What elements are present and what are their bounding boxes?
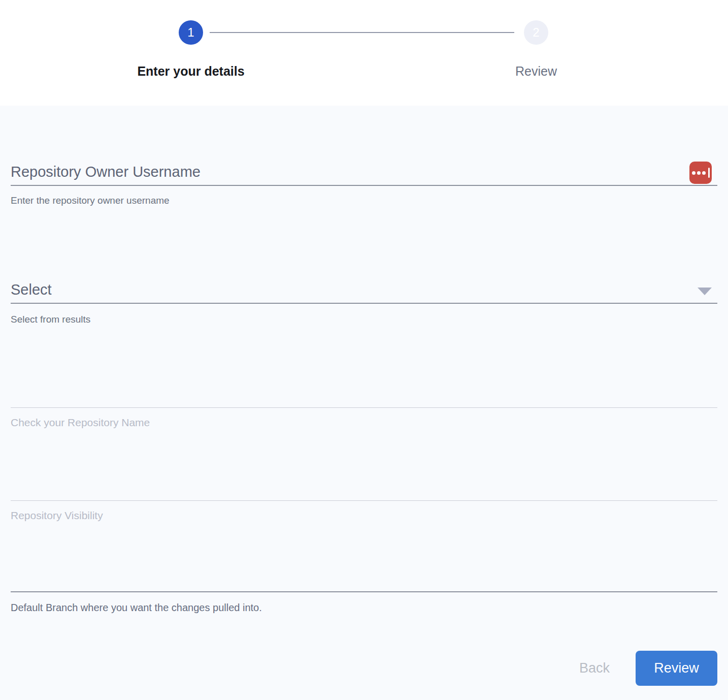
default-branch-helper: Default Branch where you want the change… xyxy=(11,602,262,614)
wizard-stepper: 1 2 Enter your details Review xyxy=(0,0,728,106)
repository-select-underline xyxy=(11,303,717,304)
repository-visibility-underline xyxy=(11,500,717,501)
step-2-number: 2 xyxy=(533,25,539,40)
repository-name-underline xyxy=(11,407,717,408)
back-button[interactable]: Back xyxy=(564,657,625,679)
step-1-indicator: 1 xyxy=(179,20,203,45)
step-1-number: 1 xyxy=(187,25,194,40)
credential-autofill-icon[interactable] xyxy=(689,162,712,184)
default-branch-underline xyxy=(11,591,717,592)
repository-name-helper: Check your Repository Name xyxy=(11,417,150,429)
step-2-label: Review xyxy=(515,64,557,79)
repository-owner-username-underline xyxy=(11,185,717,186)
autofill-dot xyxy=(702,171,706,175)
repository-owner-username-input[interactable]: Repository Owner Username xyxy=(11,164,201,180)
repository-visibility-helper: Repository Visibility xyxy=(11,510,103,522)
repository-select-dropdown[interactable]: Select xyxy=(11,281,52,298)
stepper-connector-line xyxy=(210,32,514,33)
autofill-bar xyxy=(708,168,710,178)
step-1-label: Enter your details xyxy=(137,64,244,79)
repository-owner-username-helper: Enter the repository owner username xyxy=(11,195,170,206)
repository-select-helper: Select from results xyxy=(11,314,90,325)
review-button[interactable]: Review xyxy=(636,651,717,686)
autofill-dot xyxy=(697,171,701,175)
autofill-dot xyxy=(692,171,696,175)
caret-down-icon[interactable] xyxy=(698,288,712,295)
step-2-indicator: 2 xyxy=(524,20,548,45)
